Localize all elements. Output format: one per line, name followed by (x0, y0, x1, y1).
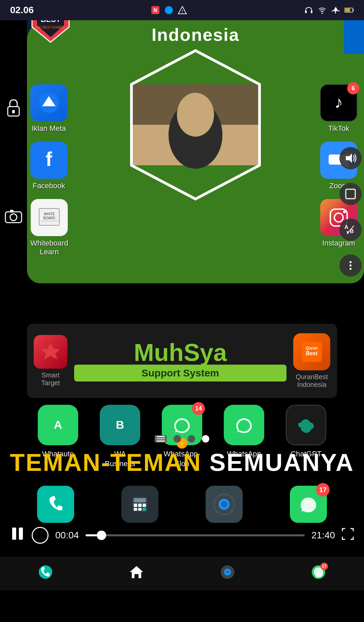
more-options-btn[interactable] (339, 254, 362, 277)
pause-button[interactable] (10, 526, 25, 544)
app-iklan-meta-icon (30, 84, 67, 121)
svg-text:Quran: Quran (306, 346, 317, 350)
muhsya-text-block: MuhSya Support System (74, 340, 286, 381)
dock-phone[interactable] (37, 486, 74, 523)
svg-point-24 (350, 268, 352, 270)
svg-rect-65 (138, 508, 142, 511)
muhsya-name: MuhSya (134, 340, 227, 365)
battery-icon (344, 5, 354, 15)
nav-phone-icon (38, 565, 53, 583)
subtitle-part1: TEMAN-TEMAN (10, 449, 202, 476)
svg-rect-61 (134, 504, 137, 507)
app-iklan-meta-label: Iklan Meta (32, 124, 66, 133)
svg-marker-16 (346, 153, 352, 163)
app-whiteboard[interactable]: WHITEBOARD WhiteboardLearn (30, 199, 68, 256)
svg-point-77 (226, 570, 229, 574)
dot-3[interactable] (202, 435, 209, 443)
svg-text:B: B (350, 228, 354, 234)
svg-rect-9 (353, 9, 354, 11)
dock-camera[interactable] (206, 486, 243, 523)
svg-text:WHITE: WHITE (44, 212, 55, 216)
nav-messages[interactable]: 17 (311, 565, 326, 583)
page-dots (0, 435, 364, 443)
svg-point-23 (350, 264, 352, 266)
dock-calculator-icon (121, 486, 158, 523)
dot-1[interactable] (174, 435, 181, 443)
video-progress-dot[interactable] (97, 531, 106, 540)
video-progress-fill (86, 534, 96, 536)
left-controls (0, 20, 27, 304)
circle-icon (164, 5, 174, 15)
smart-target-icon[interactable] (34, 335, 67, 369)
svg-rect-12 (12, 110, 15, 113)
dock-phone-icon (37, 486, 74, 523)
quran-best-icon[interactable]: QuranBest (293, 333, 330, 370)
notification-icon: N (151, 5, 160, 15)
app-facebook[interactable]: f Facebook (30, 142, 67, 190)
home-circle[interactable] (32, 527, 49, 544)
svg-text:BOARD: BOARD (43, 216, 55, 220)
app-iklan-meta[interactable]: Iklan Meta (30, 84, 67, 133)
svg-text:A: A (344, 224, 348, 230)
profile-photo-frame (125, 47, 266, 202)
svg-point-33 (177, 93, 214, 137)
svg-rect-15 (10, 210, 13, 213)
svg-rect-10 (345, 8, 351, 11)
svg-rect-5 (305, 10, 307, 13)
nav-home-icon (129, 565, 144, 583)
status-left-icons: N ! (151, 5, 187, 15)
svg-rect-62 (138, 504, 142, 507)
svg-point-69 (221, 501, 228, 508)
card-background: BILLIONWARE Indonesia BEST BIO BEST KHAR… (27, 0, 364, 283)
app-whiteboard-label: WhiteboardLearn (30, 239, 68, 256)
nav-camera-bottom[interactable] (220, 565, 235, 583)
volume-btn[interactable] (339, 147, 362, 169)
warning-icon: ! (178, 5, 187, 15)
video-controls: 00:04 21:40 (0, 526, 364, 544)
svg-point-14 (10, 214, 17, 221)
svg-rect-60 (134, 498, 146, 502)
square-btn[interactable] (339, 183, 362, 205)
svg-marker-74 (130, 566, 143, 578)
nav-messages-icon: 17 (311, 565, 326, 583)
subtitle-area: TEMAN-TEMAN SEMUANYA (0, 449, 364, 476)
dot-2[interactable] (188, 435, 195, 443)
dock-whatsapp-icon: 17 (290, 486, 327, 523)
fullscreen-button[interactable] (342, 528, 354, 543)
svg-text:N: N (153, 7, 157, 13)
svg-rect-66 (143, 508, 146, 511)
muhsya-panel: SmartTarget MuhSya Support System QuranB… (27, 324, 337, 398)
bottom-nav: 17 (0, 557, 364, 590)
svg-text:Best: Best (306, 350, 318, 356)
svg-marker-48 (41, 343, 60, 360)
svg-rect-71 (12, 528, 16, 540)
nav-phone[interactable] (38, 565, 53, 583)
svg-text:BIO BEST KHARIS: BIO BEST KHARIS (36, 26, 65, 29)
lock-icon (3, 98, 24, 118)
video-progress-bar[interactable] (86, 534, 305, 536)
svg-rect-6 (311, 10, 312, 13)
svg-point-7 (322, 12, 323, 14)
svg-text:B: B (116, 418, 124, 431)
status-bar: 02.06 N ! (0, 0, 364, 20)
dock-whatsapp[interactable]: 17 (290, 486, 327, 523)
muhsya-support-label: Support System (74, 365, 286, 381)
dock-calculator[interactable] (121, 486, 158, 523)
dot-menu (155, 435, 167, 443)
svg-text:f: f (46, 148, 53, 170)
dock-whatsapp-badge: 17 (316, 483, 330, 497)
smart-target-label: SmartTarget (41, 371, 60, 387)
svg-point-73 (39, 565, 52, 579)
nav-home[interactable] (129, 565, 144, 583)
quran-best-label: QuranBestIndonesia (296, 373, 328, 389)
status-time: 02.06 (10, 5, 34, 16)
app-whiteboard-icon: WHITEBOARD (31, 199, 68, 236)
ab-translate-btn[interactable]: AB (339, 219, 362, 241)
svg-text:A: A (54, 418, 62, 431)
app-facebook-label: Facebook (33, 181, 65, 190)
camera-ctrl-icon[interactable] (3, 206, 24, 226)
bottom-dock: 17 (0, 486, 364, 523)
svg-rect-17 (346, 189, 355, 199)
svg-rect-64 (134, 508, 137, 511)
dock-camera-icon (206, 486, 243, 523)
